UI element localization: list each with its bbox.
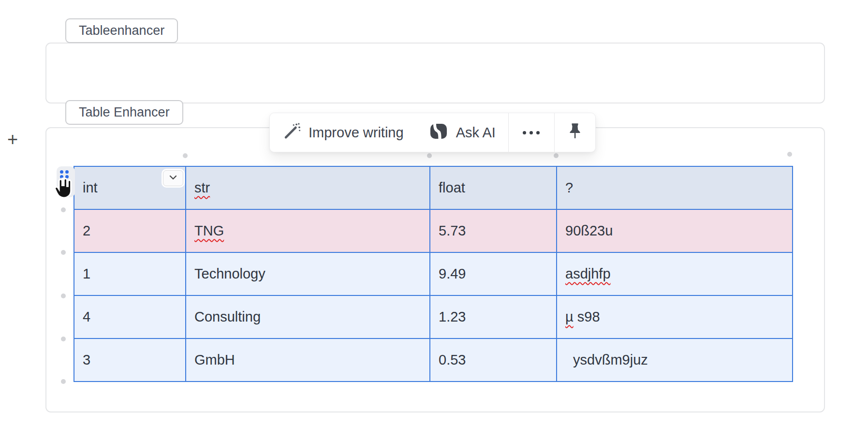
table-cell[interactable]: asdjhfp — [557, 252, 793, 295]
block-label-tableenhancer[interactable]: Tableenhancer — [65, 18, 178, 43]
table-row: 1Technology9.49asdjhfp — [74, 252, 793, 295]
grid-dot — [61, 379, 66, 384]
table-cell[interactable]: Consulting — [186, 295, 430, 338]
table-row: 3GmbH0.53 ysdvßm9juz — [74, 338, 793, 382]
table-cell[interactable]: TNG — [186, 209, 430, 252]
ellipsis-icon — [523, 131, 540, 134]
column-header-str[interactable]: str — [186, 166, 430, 209]
more-options-button[interactable] — [509, 113, 554, 152]
table-cell[interactable]: 90ß23u — [557, 209, 793, 252]
table-cell[interactable]: 0.53 — [430, 338, 557, 382]
table-cell[interactable]: 3 — [74, 338, 186, 382]
grid-dot — [61, 250, 66, 255]
pin-button[interactable] — [555, 113, 595, 152]
column-header-float[interactable]: float — [430, 166, 557, 209]
grid-dot — [61, 337, 66, 341]
grid-dot — [61, 207, 66, 212]
table-cell[interactable]: GmbH — [186, 338, 430, 382]
improve-writing-label: Improve writing — [309, 125, 404, 141]
table-cell[interactable]: 1.23 — [430, 295, 557, 338]
table-cell[interactable]: 2 — [74, 209, 186, 252]
table-cell[interactable]: 9.49 — [430, 252, 557, 295]
grid-dot — [183, 153, 188, 158]
table-cell[interactable]: µ s98 — [557, 295, 793, 338]
table-row: 2TNG5.7390ß23u — [74, 209, 793, 252]
magic-wand-icon — [282, 122, 301, 144]
grid-dot — [61, 294, 66, 298]
chevron-down-icon — [168, 174, 178, 183]
column-dropdown-button[interactable] — [163, 170, 183, 186]
table-cell[interactable]: 4 — [74, 295, 186, 338]
column-header-question[interactable]: ? — [557, 166, 793, 209]
block-label-table-enhancer[interactable]: Table Enhancer — [65, 100, 183, 125]
table-row: 4Consulting1.23µ s98 — [74, 295, 793, 338]
grid-dot — [554, 153, 559, 158]
pin-icon — [568, 123, 582, 143]
ask-ai-label: Ask AI — [456, 125, 496, 141]
add-block-button[interactable]: + — [4, 129, 21, 150]
improve-writing-button[interactable]: Improve writing — [270, 113, 416, 152]
grid-dot — [787, 152, 792, 157]
ask-ai-button[interactable]: Ask AI — [416, 113, 508, 152]
empty-block[interactable] — [45, 43, 825, 103]
table-cell[interactable]: 1 — [74, 252, 186, 295]
table-cell[interactable]: ysdvßm9juz — [557, 338, 793, 382]
grid-dot — [427, 153, 432, 158]
floating-toolbar: Improve writing Ask AI — [269, 113, 596, 152]
table-cell[interactable]: Technology — [186, 252, 430, 295]
drag-handle-icon[interactable] — [57, 166, 75, 197]
ask-ai-logo-icon — [429, 121, 448, 144]
table-cell[interactable]: 5.73 — [430, 209, 557, 252]
data-table: intstrfloat? 2TNG5.7390ß23u1Technology9.… — [74, 166, 793, 382]
